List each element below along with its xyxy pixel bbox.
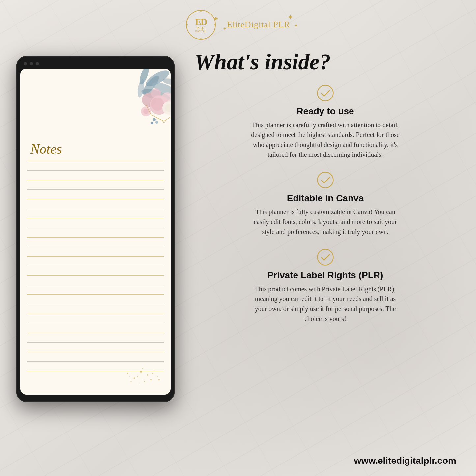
feature-canva: Editable in Canva This planner is fully … [194, 171, 456, 237]
svg-point-29 [151, 122, 153, 124]
svg-point-4 [211, 14, 212, 15]
svg-point-35 [144, 381, 145, 382]
tablet-dot-1 [24, 62, 27, 65]
checkmark-icon-1 [316, 84, 334, 102]
brand-name: EliteDigital PLR [227, 20, 290, 29]
svg-point-45 [318, 85, 333, 101]
feature-title-2: Editable in Canva [194, 193, 456, 204]
right-section: What's inside? Ready to use This planner… [188, 49, 463, 442]
feature-title-1: Ready to use [194, 106, 456, 117]
svg-point-33 [154, 370, 155, 371]
sparkle-icon: ✦ [213, 15, 219, 23]
svg-point-2 [200, 38, 202, 39]
svg-point-41 [152, 373, 153, 374]
svg-point-34 [127, 373, 128, 374]
svg-point-30 [140, 371, 142, 373]
notes-label: Notes [30, 141, 62, 157]
tablet-section: Notes [13, 49, 178, 442]
svg-point-44 [139, 383, 140, 383]
svg-point-37 [137, 376, 138, 377]
logo-circle: ED PLR DIGITAL [186, 10, 216, 40]
svg-point-32 [134, 378, 135, 379]
svg-point-1 [214, 24, 215, 25]
logo-container: ED PLR DIGITAL ✦ ✦ [186, 10, 290, 40]
sparkle-right-small-icon: ✦ [294, 23, 298, 29]
svg-point-27 [153, 118, 156, 121]
svg-point-47 [318, 249, 333, 265]
svg-point-46 [318, 172, 333, 188]
feature-title-3: Private Label Rights (PLR) [194, 270, 456, 281]
svg-point-43 [158, 379, 160, 380]
checkmark-icon-3 [316, 248, 334, 266]
svg-point-5 [190, 35, 191, 36]
sparkle-right-icon: ✦ [287, 13, 293, 22]
main-heading: What's inside? [194, 49, 456, 74]
tablet-top-bar [20, 62, 171, 69]
website-url: www.elitedigitalplr.com [354, 456, 456, 466]
header: ED PLR DIGITAL ✦ ✦ [0, 0, 476, 46]
feature-desc-1: This planner is carefully crafted with a… [250, 120, 401, 159]
svg-point-0 [200, 11, 202, 12]
footer: www.elitedigitalplr.com [0, 449, 476, 476]
feature-ready-to-use: Ready to use This planner is carefully c… [194, 84, 456, 159]
tablet-dot-2 [30, 62, 33, 65]
svg-point-22 [143, 109, 149, 114]
svg-point-36 [150, 379, 152, 380]
main-content: Notes [0, 46, 476, 449]
feature-plr: Private Label Rights (PLR) This product … [194, 248, 456, 323]
sparkle-small-icon: ✦ [223, 26, 226, 31]
svg-point-31 [147, 374, 148, 376]
svg-point-38 [157, 376, 158, 377]
tablet-dot-3 [36, 62, 39, 65]
feature-desc-3: This product comes with Private Label Ri… [250, 284, 401, 323]
svg-point-28 [155, 121, 158, 124]
svg-point-3 [187, 24, 188, 25]
svg-point-40 [142, 368, 143, 369]
svg-point-42 [129, 376, 130, 377]
svg-point-18 [151, 98, 164, 111]
feature-desc-2: This planner is fully customizable in Ca… [250, 207, 401, 237]
tablet-screen: Notes [20, 69, 171, 395]
tablet-frame: Notes [16, 56, 175, 402]
checkmark-icon-2 [316, 171, 334, 189]
svg-point-39 [131, 381, 132, 382]
floral-corner [98, 69, 171, 134]
